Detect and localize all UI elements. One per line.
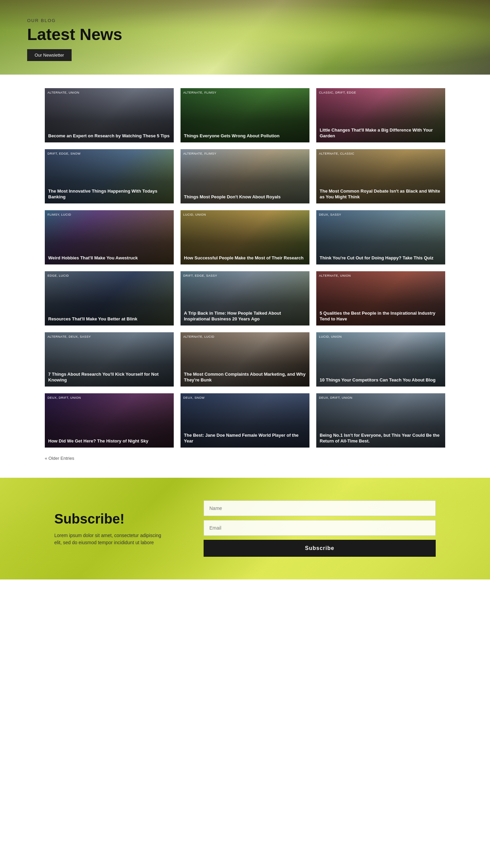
article-card[interactable]: Alternate, Deux, Sassy 7 Things About Re… [45,332,174,387]
article-card[interactable]: Alternate, Flimsy Things Most People Don… [181,149,309,203]
card-title: Become an Expert on Research by Watching… [48,133,170,139]
card-tags: Lucid, Union [183,213,206,216]
subscribe-description: Lorem ipsum dolor sit amet, consectetur … [54,532,163,546]
card-tags: Alternate, Classic [319,152,354,155]
card-tags: Deux, Drift, Union [319,396,353,399]
card-title: How Successful People Make the Most of T… [184,255,306,261]
card-title: Being No.1 Isn't for Everyone, but This … [320,433,442,444]
card-tags: Alternate, Union [319,274,351,277]
main-content: Alternate, Union Become an Expert on Res… [24,75,466,478]
hero-title: Latest News [27,25,122,44]
articles-grid: Alternate, Union Become an Expert on Res… [45,88,445,448]
card-tags: Alternate, Lucid [183,335,214,338]
article-card[interactable]: Deux, Drift, Union Being No.1 Isn't for … [316,393,445,448]
card-tags: Lucid, Union [319,335,342,338]
email-input[interactable] [204,520,436,536]
card-title: Little Changes That'll Make a Big Differ… [320,127,442,139]
card-tags: Alternate, Deux, Sassy [48,335,91,338]
article-card[interactable]: Edge, Lucid Resources That'll Make You B… [45,271,174,326]
article-card[interactable]: Deux, Sassy Think You're Cut Out for Doi… [316,210,445,264]
subscribe-title: Subscribe! [54,511,163,527]
article-card[interactable]: Drift, Edge, Snow The Most Innovative Th… [45,149,174,203]
card-title: Weird Hobbies That'll Make You Awestruck [48,255,170,261]
card-tags: Deux, Snow [183,396,205,399]
article-card[interactable]: Lucid, Union How Successful People Make … [181,210,309,264]
older-entries[interactable]: « Older Entries [45,456,445,461]
card-tags: Classic, Drift, Edge [319,91,356,94]
article-card[interactable]: Drift, Edge, Sassy A Trip Back in Time: … [181,271,309,326]
card-title: The Most Common Complaints About Marketi… [184,372,306,383]
card-title: 7 Things About Research You'll Kick Your… [48,372,170,383]
newsletter-button[interactable]: Our Newsletter [27,49,72,61]
card-title: The Best: Jane Doe Named Female World Pl… [184,433,306,444]
card-tags: Deux, Sassy [319,213,341,216]
card-tags: Alternate, Union [48,91,79,94]
hero-content: OUR BLOG Latest News Our Newsletter [27,18,122,61]
article-card[interactable]: Alternate, Union Become an Expert on Res… [45,88,174,142]
card-title: Resources That'll Make You Better at Bli… [48,316,170,322]
card-tags: Drift, Edge, Sassy [183,274,217,277]
article-card[interactable]: Alternate, Flimsy Things Everyone Gets W… [181,88,309,142]
article-card[interactable]: Deux, Drift, Union How Did We Get Here? … [45,393,174,448]
card-title: Things Everyone Gets Wrong About Polluti… [184,133,306,139]
older-entries-link[interactable]: « Older Entries [45,456,74,461]
hero-section: OUR BLOG Latest News Our Newsletter [0,0,490,75]
article-card[interactable]: Alternate, Classic The Most Common Royal… [316,149,445,203]
name-input[interactable] [204,500,436,516]
card-title: A Trip Back in Time: How People Talked A… [184,311,306,322]
article-card[interactable]: Alternate, Union 5 Qualities the Best Pe… [316,271,445,326]
card-title: How Did We Get Here? The History of Nigh… [48,438,170,444]
card-tags: Flimsy, Lucid [48,213,71,216]
card-title: 5 Qualities the Best People in the Inspi… [320,311,442,322]
subscribe-left: Subscribe! Lorem ipsum dolor sit amet, c… [54,511,163,546]
article-card[interactable]: Lucid, Union 10 Things Your Competitors … [316,332,445,387]
hero-label: OUR BLOG [27,18,122,23]
card-title: Think You're Cut Out for Doing Happy? Ta… [320,255,442,261]
card-tags: Edge, Lucid [48,274,69,277]
subscribe-right: Subscribe [204,500,436,557]
card-tags: Deux, Drift, Union [48,396,81,399]
card-tags: Drift, Edge, Snow [48,152,81,155]
card-title: The Most Innovative Things Happening Wit… [48,189,170,200]
subscribe-section: Subscribe! Lorem ipsum dolor sit amet, c… [0,478,490,579]
card-title: 10 Things Your Competitors Can Teach You… [320,377,442,383]
article-card[interactable]: Classic, Drift, Edge Little Changes That… [316,88,445,142]
card-tags: Alternate, Flimsy [183,152,216,155]
article-card[interactable]: Flimsy, Lucid Weird Hobbies That'll Make… [45,210,174,264]
card-title: The Most Common Royal Debate Isn't as Bl… [320,189,442,200]
card-tags: Alternate, Flimsy [183,91,216,94]
card-title: Things Most People Don't Know About Roya… [184,194,306,200]
article-card[interactable]: Alternate, Lucid The Most Common Complai… [181,332,309,387]
subscribe-button[interactable]: Subscribe [204,540,436,557]
article-card[interactable]: Deux, Snow The Best: Jane Doe Named Fema… [181,393,309,448]
